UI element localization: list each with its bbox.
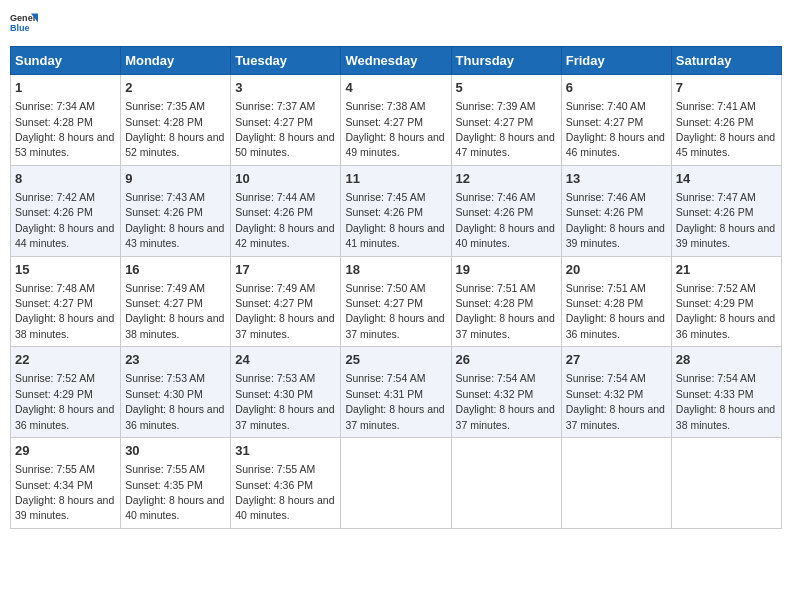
day-number: 20 <box>566 261 667 279</box>
week-row-3: 15Sunrise: 7:48 AMSunset: 4:27 PMDayligh… <box>11 256 782 347</box>
calendar: SundayMondayTuesdayWednesdayThursdayFrid… <box>10 46 782 529</box>
calendar-cell <box>451 438 561 529</box>
calendar-cell: 21Sunrise: 7:52 AMSunset: 4:29 PMDayligh… <box>671 256 781 347</box>
day-info: Sunrise: 7:39 AMSunset: 4:27 PMDaylight:… <box>456 100 555 158</box>
calendar-cell: 22Sunrise: 7:52 AMSunset: 4:29 PMDayligh… <box>11 347 121 438</box>
day-number: 19 <box>456 261 557 279</box>
day-number: 23 <box>125 351 226 369</box>
calendar-cell: 8Sunrise: 7:42 AMSunset: 4:26 PMDaylight… <box>11 165 121 256</box>
day-number: 31 <box>235 442 336 460</box>
day-info: Sunrise: 7:49 AMSunset: 4:27 PMDaylight:… <box>235 282 334 340</box>
calendar-cell: 26Sunrise: 7:54 AMSunset: 4:32 PMDayligh… <box>451 347 561 438</box>
logo-icon: General Blue <box>10 10 38 38</box>
day-number: 4 <box>345 79 446 97</box>
calendar-cell: 17Sunrise: 7:49 AMSunset: 4:27 PMDayligh… <box>231 256 341 347</box>
day-number: 28 <box>676 351 777 369</box>
day-number: 24 <box>235 351 336 369</box>
day-info: Sunrise: 7:48 AMSunset: 4:27 PMDaylight:… <box>15 282 114 340</box>
logo: General Blue <box>10 10 38 38</box>
header: General Blue <box>10 10 782 38</box>
day-info: Sunrise: 7:41 AMSunset: 4:26 PMDaylight:… <box>676 100 775 158</box>
calendar-cell: 13Sunrise: 7:46 AMSunset: 4:26 PMDayligh… <box>561 165 671 256</box>
calendar-cell: 4Sunrise: 7:38 AMSunset: 4:27 PMDaylight… <box>341 75 451 166</box>
day-number: 14 <box>676 170 777 188</box>
calendar-cell <box>671 438 781 529</box>
calendar-cell <box>341 438 451 529</box>
day-number: 1 <box>15 79 116 97</box>
day-info: Sunrise: 7:45 AMSunset: 4:26 PMDaylight:… <box>345 191 444 249</box>
day-number: 21 <box>676 261 777 279</box>
day-info: Sunrise: 7:35 AMSunset: 4:28 PMDaylight:… <box>125 100 224 158</box>
calendar-cell: 24Sunrise: 7:53 AMSunset: 4:30 PMDayligh… <box>231 347 341 438</box>
column-header-thursday: Thursday <box>451 47 561 75</box>
calendar-cell: 27Sunrise: 7:54 AMSunset: 4:32 PMDayligh… <box>561 347 671 438</box>
day-info: Sunrise: 7:40 AMSunset: 4:27 PMDaylight:… <box>566 100 665 158</box>
day-number: 15 <box>15 261 116 279</box>
column-header-friday: Friday <box>561 47 671 75</box>
svg-text:Blue: Blue <box>10 23 30 33</box>
day-number: 3 <box>235 79 336 97</box>
calendar-cell: 6Sunrise: 7:40 AMSunset: 4:27 PMDaylight… <box>561 75 671 166</box>
day-number: 7 <box>676 79 777 97</box>
day-info: Sunrise: 7:51 AMSunset: 4:28 PMDaylight:… <box>566 282 665 340</box>
day-number: 6 <box>566 79 667 97</box>
day-info: Sunrise: 7:52 AMSunset: 4:29 PMDaylight:… <box>15 372 114 430</box>
day-info: Sunrise: 7:37 AMSunset: 4:27 PMDaylight:… <box>235 100 334 158</box>
calendar-cell: 5Sunrise: 7:39 AMSunset: 4:27 PMDaylight… <box>451 75 561 166</box>
calendar-cell: 20Sunrise: 7:51 AMSunset: 4:28 PMDayligh… <box>561 256 671 347</box>
calendar-cell: 19Sunrise: 7:51 AMSunset: 4:28 PMDayligh… <box>451 256 561 347</box>
day-number: 26 <box>456 351 557 369</box>
day-info: Sunrise: 7:55 AMSunset: 4:36 PMDaylight:… <box>235 463 334 521</box>
day-number: 27 <box>566 351 667 369</box>
calendar-cell: 10Sunrise: 7:44 AMSunset: 4:26 PMDayligh… <box>231 165 341 256</box>
day-number: 9 <box>125 170 226 188</box>
day-number: 10 <box>235 170 336 188</box>
day-info: Sunrise: 7:55 AMSunset: 4:35 PMDaylight:… <box>125 463 224 521</box>
calendar-cell <box>561 438 671 529</box>
calendar-cell: 9Sunrise: 7:43 AMSunset: 4:26 PMDaylight… <box>121 165 231 256</box>
day-number: 12 <box>456 170 557 188</box>
day-info: Sunrise: 7:34 AMSunset: 4:28 PMDaylight:… <box>15 100 114 158</box>
day-info: Sunrise: 7:54 AMSunset: 4:33 PMDaylight:… <box>676 372 775 430</box>
day-info: Sunrise: 7:42 AMSunset: 4:26 PMDaylight:… <box>15 191 114 249</box>
calendar-cell: 7Sunrise: 7:41 AMSunset: 4:26 PMDaylight… <box>671 75 781 166</box>
day-number: 30 <box>125 442 226 460</box>
day-info: Sunrise: 7:49 AMSunset: 4:27 PMDaylight:… <box>125 282 224 340</box>
day-info: Sunrise: 7:44 AMSunset: 4:26 PMDaylight:… <box>235 191 334 249</box>
day-number: 29 <box>15 442 116 460</box>
calendar-cell: 31Sunrise: 7:55 AMSunset: 4:36 PMDayligh… <box>231 438 341 529</box>
calendar-cell: 23Sunrise: 7:53 AMSunset: 4:30 PMDayligh… <box>121 347 231 438</box>
day-number: 25 <box>345 351 446 369</box>
day-info: Sunrise: 7:38 AMSunset: 4:27 PMDaylight:… <box>345 100 444 158</box>
column-header-tuesday: Tuesday <box>231 47 341 75</box>
day-number: 18 <box>345 261 446 279</box>
calendar-cell: 25Sunrise: 7:54 AMSunset: 4:31 PMDayligh… <box>341 347 451 438</box>
day-info: Sunrise: 7:54 AMSunset: 4:32 PMDaylight:… <box>566 372 665 430</box>
column-header-sunday: Sunday <box>11 47 121 75</box>
day-info: Sunrise: 7:55 AMSunset: 4:34 PMDaylight:… <box>15 463 114 521</box>
day-info: Sunrise: 7:46 AMSunset: 4:26 PMDaylight:… <box>566 191 665 249</box>
day-info: Sunrise: 7:54 AMSunset: 4:32 PMDaylight:… <box>456 372 555 430</box>
day-number: 2 <box>125 79 226 97</box>
day-number: 13 <box>566 170 667 188</box>
calendar-cell: 14Sunrise: 7:47 AMSunset: 4:26 PMDayligh… <box>671 165 781 256</box>
week-row-1: 1Sunrise: 7:34 AMSunset: 4:28 PMDaylight… <box>11 75 782 166</box>
day-info: Sunrise: 7:50 AMSunset: 4:27 PMDaylight:… <box>345 282 444 340</box>
day-info: Sunrise: 7:43 AMSunset: 4:26 PMDaylight:… <box>125 191 224 249</box>
week-row-4: 22Sunrise: 7:52 AMSunset: 4:29 PMDayligh… <box>11 347 782 438</box>
calendar-cell: 11Sunrise: 7:45 AMSunset: 4:26 PMDayligh… <box>341 165 451 256</box>
week-row-5: 29Sunrise: 7:55 AMSunset: 4:34 PMDayligh… <box>11 438 782 529</box>
column-header-saturday: Saturday <box>671 47 781 75</box>
calendar-cell: 12Sunrise: 7:46 AMSunset: 4:26 PMDayligh… <box>451 165 561 256</box>
column-header-wednesday: Wednesday <box>341 47 451 75</box>
calendar-cell: 1Sunrise: 7:34 AMSunset: 4:28 PMDaylight… <box>11 75 121 166</box>
day-number: 11 <box>345 170 446 188</box>
column-header-monday: Monday <box>121 47 231 75</box>
calendar-cell: 29Sunrise: 7:55 AMSunset: 4:34 PMDayligh… <box>11 438 121 529</box>
day-info: Sunrise: 7:51 AMSunset: 4:28 PMDaylight:… <box>456 282 555 340</box>
day-info: Sunrise: 7:54 AMSunset: 4:31 PMDaylight:… <box>345 372 444 430</box>
calendar-cell: 30Sunrise: 7:55 AMSunset: 4:35 PMDayligh… <box>121 438 231 529</box>
day-info: Sunrise: 7:46 AMSunset: 4:26 PMDaylight:… <box>456 191 555 249</box>
day-info: Sunrise: 7:53 AMSunset: 4:30 PMDaylight:… <box>235 372 334 430</box>
calendar-cell: 18Sunrise: 7:50 AMSunset: 4:27 PMDayligh… <box>341 256 451 347</box>
